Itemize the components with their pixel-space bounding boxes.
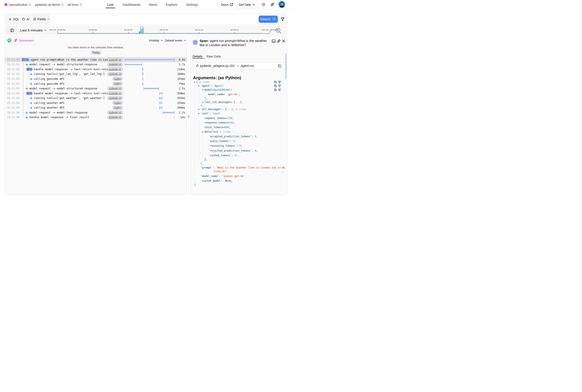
- docs-link[interactable]: Docs: [221, 0, 233, 9]
- trace-row[interactable]: 19:31:04calling weather APIlogfire350ms: [5, 106, 187, 110]
- ai-mode-button[interactable]: AI: [21, 16, 31, 23]
- nav-tab-explore[interactable]: Explore: [166, 0, 177, 9]
- breadcrumb-env[interactable]: all envs: [68, 3, 79, 6]
- default-levels-dropdown[interactable]: Default levels: [165, 36, 186, 44]
- trace-row[interactable]: 19:31:04calling weather APIlogfire335ms: [5, 100, 187, 106]
- chevron-right-icon[interactable]: [198, 108, 200, 110]
- sidebar-toggle-button[interactable]: [7, 27, 17, 34]
- span-bar-cap: [159, 96, 160, 100]
- tab-details[interactable]: Details: [193, 55, 202, 58]
- nav-tab-alerts[interactable]: Alerts: [149, 0, 157, 9]
- collapse-count-badge[interactable]: 12: [22, 58, 30, 61]
- tab-raw-data[interactable]: Raw Data: [206, 55, 221, 58]
- trace-row[interactable]: 19:31:04model request -> model-text-resp…: [5, 110, 187, 115]
- filter-value-button[interactable]: [278, 84, 282, 88]
- copy-value-button[interactable]: [273, 84, 277, 88]
- trace-row-time: 19:31:06: [7, 115, 20, 120]
- source-in-word: in: [237, 64, 239, 68]
- chevron-down-icon[interactable]: [198, 85, 200, 87]
- trace-row[interactable]: 19:31:02running tools=['get_lat_lng', 'g…: [5, 72, 187, 77]
- env-switcher-icon[interactable]: [80, 3, 82, 6]
- nav-tab-dashboards[interactable]: Dashboards: [123, 0, 141, 9]
- trace-row[interactable]: 19:31:023handle model response -> tool-r…: [5, 67, 187, 72]
- chevron-right-icon[interactable]: [202, 101, 204, 103]
- disconnect-label: Disconnect: [19, 39, 33, 42]
- fields-dropdown[interactable]: Fields: [33, 16, 50, 23]
- copy-value-button[interactable]: [273, 88, 277, 92]
- zoom-in-icon[interactable]: [275, 28, 282, 34]
- trace-row[interactable]: 19:31:06handle model response -> final r…: [5, 115, 187, 120]
- search-button[interactable]: Search: [259, 16, 278, 23]
- no-older-items-text: No older items in the selected time wind…: [5, 46, 187, 49]
- logfire-logo-icon[interactable]: [4, 3, 8, 6]
- scrollbar-thumb[interactable]: [285, 53, 286, 80]
- close-icon[interactable]: [282, 39, 285, 43]
- chevron-down-icon[interactable]: [198, 112, 200, 114]
- scope-tag: logfire: [113, 106, 123, 110]
- nav-tab-settings[interactable]: Settings: [186, 0, 198, 9]
- trace-row-time: 19:31:03: [7, 86, 20, 91]
- breadcrumb-org[interactable]: samuelcolvin: [9, 3, 28, 6]
- span-bar: [163, 112, 174, 113]
- trace-row-time: 19:31:02: [7, 82, 20, 86]
- copy-icon[interactable]: [278, 64, 281, 68]
- axis-dashed-line: [57, 33, 262, 34]
- collapse-count-badge[interactable]: 3: [26, 68, 33, 71]
- trace-row-time: 19:31:02: [7, 67, 20, 72]
- trace-row-time: 19:31:01: [7, 57, 20, 62]
- arguments-heading: Arguments: (as Python): [193, 75, 241, 80]
- table-grid-icon: [34, 18, 36, 21]
- timeline-selection[interactable]: [140, 27, 144, 33]
- external-link-icon: [230, 3, 233, 6]
- dock-bottom-icon[interactable]: [272, 39, 275, 43]
- span-name: calling geocode API: [34, 82, 109, 86]
- trace-row[interactable]: 19:31:0112agent run prompt=What is the w…: [5, 57, 187, 62]
- trace-row[interactable]: 19:31:043handle model response -> tool-r…: [5, 91, 187, 96]
- scope-tag: pydantic-ai: [108, 72, 123, 76]
- chevron-down-icon[interactable]: [202, 89, 204, 91]
- get-help-button[interactable]: Get help: [236, 1, 258, 8]
- share-link-icon[interactable]: [270, 3, 274, 6]
- fields-label: Fields: [37, 18, 46, 21]
- breadcrumb-project[interactable]: pydantic-ai-demo: [35, 3, 60, 6]
- enter-key-icon: [272, 17, 276, 21]
- trace-row[interactable]: 19:31:02calling geocode APIlogfire103ms: [5, 76, 187, 82]
- chevron-down-icon[interactable]: [202, 131, 204, 133]
- filter-value-button[interactable]: [278, 80, 282, 84]
- time-range-dropdown[interactable]: Last 5 minutes: [20, 26, 47, 35]
- search-bar: SQL AI Fields Search: [5, 14, 287, 25]
- org-switcher-icon[interactable]: [29, 3, 31, 6]
- source-frame: Agent.run: [240, 64, 254, 68]
- trace-row[interactable]: 19:31:01model request -> model-structure…: [5, 62, 187, 67]
- collapse-count-badge[interactable]: 3: [26, 92, 33, 95]
- trace-row[interactable]: 19:31:02calling geocode APIlogfire79ms: [5, 82, 187, 86]
- scope-tag: logfire: [113, 77, 123, 80]
- chevron-down-icon[interactable]: [193, 81, 195, 83]
- span-diamond-icon: [30, 82, 32, 85]
- span-bar-cap: [158, 87, 159, 90]
- theme-toggle-icon[interactable]: [261, 2, 265, 6]
- live-dot-diamond: [9, 40, 10, 41]
- panel-resizer-handle[interactable]: [188, 115, 190, 118]
- sidebar-icon: [11, 29, 14, 32]
- span-bar-cap: [143, 87, 144, 90]
- copy-link-icon[interactable]: [277, 39, 281, 43]
- source-location-card[interactable]: pydantic_ai/agent.py:161 in Agent.run: [193, 62, 285, 69]
- code-line: details={ 5 items: [204, 130, 231, 134]
- trace-row[interactable]: 19:31:03model request -> model-structure…: [5, 86, 187, 91]
- code-line: }: [194, 183, 196, 187]
- filter-value-button[interactable]: [278, 88, 282, 92]
- avatar[interactable]: [278, 1, 285, 8]
- visibility-dropdown[interactable]: Visibility: [149, 36, 163, 44]
- indent-guide: [194, 84, 195, 183]
- span-bar: [143, 88, 159, 89]
- trace-row[interactable]: 19:31:04running tools=['get_weather', 'g…: [5, 96, 187, 100]
- copy-value-button[interactable]: [273, 80, 277, 84]
- project-switcher-icon[interactable]: [61, 3, 64, 6]
- filter-icon[interactable]: [281, 18, 284, 21]
- indent-guide: [203, 134, 203, 158]
- sql-mode-button[interactable]: SQL: [8, 16, 21, 23]
- disconnect-button[interactable]: Disconnect: [14, 36, 33, 44]
- today-pill[interactable]: Today: [90, 50, 102, 55]
- search-input[interactable]: [50, 14, 257, 24]
